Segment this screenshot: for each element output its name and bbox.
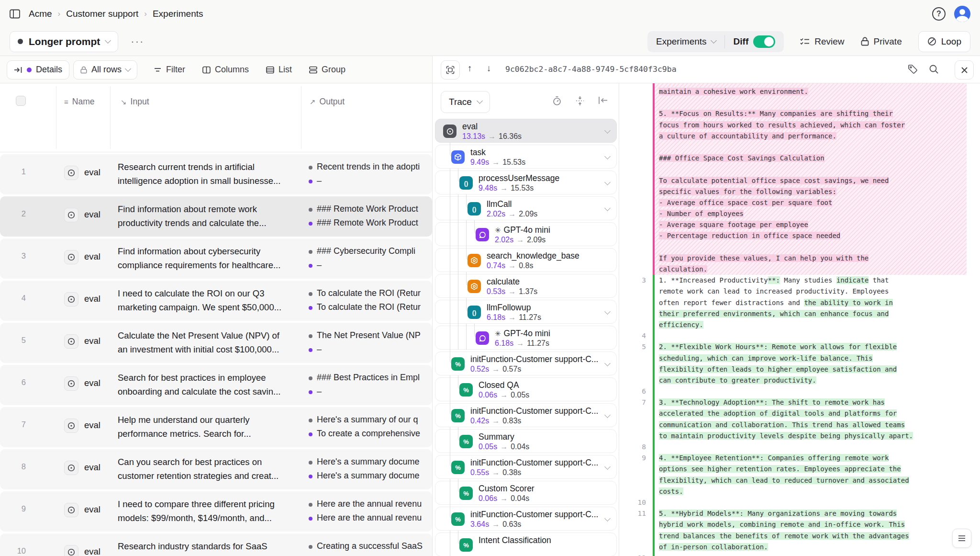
row-output-line: Here's a summary docume	[317, 471, 432, 481]
chevron-down-icon[interactable]	[604, 127, 611, 134]
diff-line-number: 12	[625, 553, 646, 556]
chevron-down-icon[interactable]	[604, 360, 611, 366]
trace-span-durations: 0.55s→0.38s	[470, 468, 521, 477]
collapse-vertical-icon[interactable]	[575, 96, 585, 106]
table-row[interactable]: 1evalResearch current trends in artifici…	[0, 154, 432, 194]
table-row[interactable]: 8evalCan you search for best practices o…	[0, 449, 432, 489]
breadcrumb-org[interactable]: Acme	[29, 9, 52, 19]
sidebar-toggle-icon[interactable]	[10, 9, 20, 19]
trace-span-label: ✳GPT-4o mini	[495, 225, 550, 235]
group-label: Group	[322, 65, 345, 75]
chevron-down-icon[interactable]	[604, 308, 611, 315]
trace-tree-row[interactable]: calculate0.53s→1.37s	[435, 274, 617, 298]
duration-secondary: 15.53s	[502, 158, 525, 166]
diff-added-text: accelerated the adoption of digital tool…	[659, 409, 897, 417]
trace-tree-row[interactable]: eval13.13s→16.36s	[435, 119, 617, 143]
view-selector[interactable]: Experiments	[647, 36, 724, 47]
help-icon[interactable]: ?	[932, 7, 946, 21]
filter-button[interactable]: Filter	[147, 60, 192, 79]
collapse-left-icon[interactable]	[598, 96, 608, 106]
chevron-down-icon[interactable]	[604, 412, 611, 418]
trace-tree-row[interactable]: %Intent Classification	[435, 533, 617, 556]
trace-tree-row[interactable]: %initFunction-Customer support-C...0.42s…	[435, 403, 617, 427]
table-row[interactable]: 3evalFind information about cybersecurit…	[0, 238, 432, 279]
trace-tree-row[interactable]: %Summary0.05s→0.04s	[435, 429, 617, 453]
trace-view-selector[interactable]: Trace	[441, 91, 490, 113]
loop-button[interactable]: Loop	[918, 31, 970, 52]
eval-icon	[64, 545, 78, 556]
eval-icon	[64, 503, 78, 517]
trace-tree-row[interactable]: search_knowledge_base0.74s→0.8s	[435, 248, 617, 272]
tag-icon[interactable]	[908, 64, 918, 74]
table-row[interactable]: 9evalI need to compare three different p…	[0, 491, 432, 532]
list-button[interactable]: List	[259, 60, 299, 79]
table-row[interactable]: 4evalI need to calculate the ROI on our …	[0, 281, 432, 321]
table-row[interactable]: 2evalFind information about remote workp…	[0, 196, 432, 237]
arrow-right-icon: →	[505, 287, 519, 295]
trace-tree-row[interactable]: ()processUserMessage9.48s→15.53s	[435, 170, 617, 194]
table-row[interactable]: 5evalCalculate the Net Present Value (NP…	[0, 323, 432, 363]
row-output-line: –	[317, 176, 432, 186]
timer-icon[interactable]	[552, 96, 562, 106]
diff-removed-line: 5. **Focus on Results:** Many companies …	[655, 108, 967, 119]
chevron-down-icon[interactable]	[604, 179, 611, 185]
next-row-button[interactable]: ↓	[487, 63, 491, 74]
trace-tree-row[interactable]: ✳GPT-4o mini6.18s→11.27s	[435, 326, 617, 350]
breadcrumb-project[interactable]: Customer support	[66, 9, 138, 19]
arrow-right-icon: →	[513, 339, 527, 347]
trace-tree-row[interactable]: %initFunction-Customer support-C...3.64s…	[435, 507, 617, 531]
diff-removed-line: If you provide these values, I can help …	[655, 253, 967, 264]
trace-tree-row[interactable]: ✳GPT-4o mini2.02s→2.09s	[435, 222, 617, 246]
row-number: 3	[0, 251, 26, 261]
column-divider[interactable]	[301, 86, 301, 149]
tree-guide-line	[458, 324, 458, 350]
trace-tree-row[interactable]: ()llmFollowup6.18s→11.27s	[435, 300, 617, 324]
tree-guide-line	[450, 427, 450, 453]
trace-tree-row[interactable]: %Custom Scorer0.06s→0.04s	[435, 481, 617, 505]
diff-toggle[interactable]	[753, 35, 775, 48]
review-button[interactable]: Review	[800, 36, 844, 47]
diff-removed-line: ### Office Space Cost Savings Calculatio…	[655, 153, 967, 164]
results-table: ≡ Name ↘ Input ↗ Output 1evalResearch cu…	[0, 83, 432, 556]
outline-menu-icon[interactable]	[952, 529, 971, 548]
more-options-button[interactable]: ···	[127, 33, 148, 51]
tree-guide-line	[466, 324, 467, 350]
private-button[interactable]: Private	[861, 36, 902, 47]
arrow-to-bar-icon	[14, 66, 22, 74]
trace-tree-row[interactable]: %initFunction-Customer support-C...0.52s…	[435, 352, 617, 375]
column-header-input[interactable]: ↘ Input	[121, 97, 149, 107]
previous-row-button[interactable]: ↑	[468, 63, 472, 74]
select-all-checkbox[interactable]	[16, 96, 26, 106]
rows-filter-button[interactable]: All rows	[73, 60, 137, 79]
chevron-down-icon[interactable]	[604, 153, 611, 159]
avatar[interactable]	[954, 6, 970, 22]
group-button[interactable]: Group	[302, 60, 352, 79]
llm-icon	[476, 228, 489, 241]
column-divider[interactable]	[110, 86, 111, 149]
table-row[interactable]: 10evalResearch industry standards for Sa…	[0, 533, 432, 556]
columns-button[interactable]: Columns	[196, 60, 256, 79]
row-input-line: marketing campaign. We spent $50,000...	[118, 302, 296, 313]
experiment-selector[interactable]: Longer prompt	[10, 31, 118, 52]
input-header-label: Input	[131, 97, 149, 107]
chevron-down-icon[interactable]	[604, 205, 611, 211]
table-row[interactable]: 6evalSearch for best practices in employ…	[0, 365, 432, 405]
column-header-output[interactable]: ↗ Output	[310, 97, 345, 107]
chevron-down-icon[interactable]	[604, 464, 611, 470]
diff-removed-text: If you provide these values, I can help …	[659, 254, 869, 262]
trace-tree-row[interactable]: ()llmCall2.02s→2.09s	[435, 196, 617, 220]
column-header-name[interactable]: ≡ Name	[64, 97, 94, 107]
details-button[interactable]: Details	[7, 60, 69, 79]
duration-secondary: 2.09s	[519, 210, 537, 218]
trace-tree-row[interactable]: task9.49s→15.53s	[435, 145, 617, 169]
search-icon[interactable]	[929, 64, 939, 74]
close-icon[interactable]	[955, 60, 974, 79]
table-row[interactable]: 7evalHelp me understand our quarterlyper…	[0, 407, 432, 447]
column-divider[interactable]	[56, 86, 56, 149]
trace-tree-row[interactable]: %Closed QA0.06s→0.05s	[435, 377, 617, 401]
breadcrumb-section[interactable]: Experiments	[153, 9, 203, 19]
expand-trace-button[interactable]	[441, 60, 460, 79]
chevron-down-icon[interactable]	[604, 515, 611, 522]
row-number: 4	[0, 294, 26, 303]
trace-tree-row[interactable]: %initFunction-Customer support-C...0.55s…	[435, 455, 617, 479]
